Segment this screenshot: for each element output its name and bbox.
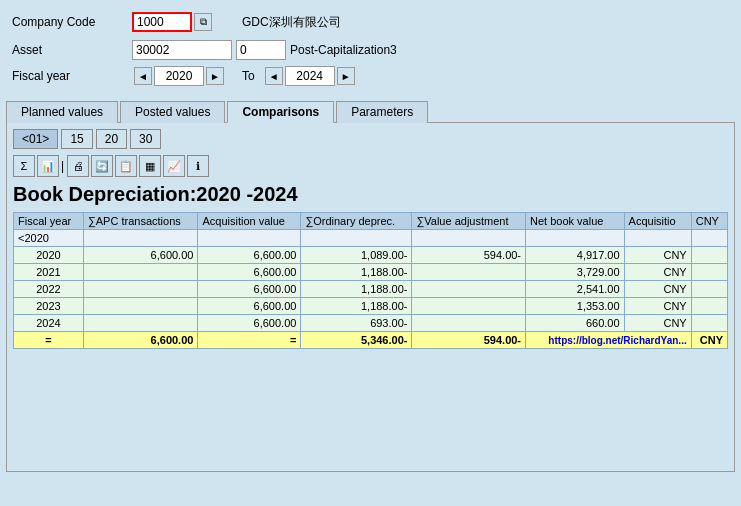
fiscal-year-to-next-button[interactable]: ►	[337, 67, 355, 85]
table-row: 2022 6,600.00 1,188.00- 2,541.00 CNY	[14, 281, 728, 298]
total-cny: CNY	[691, 332, 727, 349]
fiscal-year-from-input[interactable]	[154, 66, 204, 86]
cell-apc	[83, 298, 198, 315]
cell-cny	[691, 247, 727, 264]
toolbar-info-button[interactable]: ℹ	[187, 155, 209, 177]
cell-net: 2,541.00	[526, 281, 625, 298]
fiscal-year-label: Fiscal year	[12, 69, 132, 83]
cell-net: 3,729.00	[526, 264, 625, 281]
asset-input[interactable]	[132, 40, 232, 60]
asset-sub-input[interactable]	[236, 40, 286, 60]
total-apc: 6,600.00	[83, 332, 198, 349]
cell-net	[526, 230, 625, 247]
table-row: <2020	[14, 230, 728, 247]
toolbar: Σ 📊 | 🖨 🔄 📋 ▦ 📈 ℹ	[13, 155, 728, 177]
cell-apc: 6,600.00	[83, 247, 198, 264]
table-row: 2020 6,600.00 6,600.00 1,089.00- 594.00-…	[14, 247, 728, 264]
fiscal-year-prev-button[interactable]: ◄	[134, 67, 152, 85]
asset-row: Asset Post-Capitalization3	[12, 38, 729, 62]
cell-acq: 6,600.00	[198, 264, 301, 281]
cell-cny	[691, 264, 727, 281]
col-header-ordinary-deprec: ∑Ordinary deprec.	[301, 213, 412, 230]
toolbar-sum-button[interactable]: Σ	[13, 155, 35, 177]
tab-planned-values[interactable]: Planned values	[6, 101, 118, 123]
cell-ord: 693.00-	[301, 315, 412, 332]
col-header-acquisition: Acquisition value	[198, 213, 301, 230]
period-button-row: <01> 15 20 30	[13, 129, 728, 149]
total-val: 594.00-	[412, 332, 526, 349]
toolbar-refresh-button[interactable]: 🔄	[91, 155, 113, 177]
cell-ord: 1,188.00-	[301, 264, 412, 281]
cell-acq: 6,600.00	[198, 315, 301, 332]
data-table: Fiscal year ∑APC transactions Acquisitio…	[13, 212, 728, 349]
cell-ord: 1,188.00-	[301, 281, 412, 298]
copy-button[interactable]: ⧉	[194, 13, 212, 31]
total-url: https://blog.net/RichardYan...	[526, 332, 692, 349]
toolbar-chart-button[interactable]: 📊	[37, 155, 59, 177]
toolbar-clipboard-button[interactable]: 📋	[115, 155, 137, 177]
total-ord: 5,346.00-	[301, 332, 412, 349]
cell-ord: 1,188.00-	[301, 298, 412, 315]
cell-year: 2022	[14, 281, 84, 298]
tabs-container: Planned values Posted values Comparisons…	[6, 100, 735, 122]
cell-val	[412, 298, 526, 315]
period-btn-15[interactable]: 15	[61, 129, 92, 149]
cell-acq: 6,600.00	[198, 247, 301, 264]
fiscal-year-to-input[interactable]	[285, 66, 335, 86]
asset-description: Post-Capitalization3	[290, 43, 397, 57]
cell-val	[412, 281, 526, 298]
total-label: =	[14, 332, 84, 349]
fiscal-year-row: Fiscal year ◄ ► To ◄ ►	[12, 66, 729, 86]
cell-acq: 6,600.00	[198, 281, 301, 298]
cell-year: 2023	[14, 298, 84, 315]
cell-acq2: CNY	[624, 315, 691, 332]
period-btn-01[interactable]: <01>	[13, 129, 58, 149]
cell-val	[412, 230, 526, 247]
col-header-currency: CNY	[691, 213, 727, 230]
cell-ord: 1,089.00-	[301, 247, 412, 264]
period-btn-30[interactable]: 30	[130, 129, 161, 149]
form-section: Company Code ⧉ GDC深圳有限公司 Asset Post-Capi…	[6, 6, 735, 94]
to-label: To	[242, 69, 255, 83]
cell-acq2: CNY	[624, 298, 691, 315]
col-header-acquisitio: Acquisitio	[624, 213, 691, 230]
cell-val	[412, 264, 526, 281]
cell-val	[412, 315, 526, 332]
total-acq: =	[198, 332, 301, 349]
cell-apc	[83, 230, 198, 247]
content-area: <01> 15 20 30 Σ 📊 | 🖨 🔄 📋 ▦ 📈 ℹ Book Dep…	[6, 122, 735, 472]
col-header-net-book: Net book value	[526, 213, 625, 230]
toolbar-separator: |	[61, 159, 65, 173]
cell-acq2: CNY	[624, 264, 691, 281]
fiscal-year-to-prev-button[interactable]: ◄	[265, 67, 283, 85]
cell-net: 4,917.00	[526, 247, 625, 264]
toolbar-print-button[interactable]: 🖨	[67, 155, 89, 177]
cell-acq2	[624, 230, 691, 247]
table-total-row: = 6,600.00 = 5,346.00- 594.00- https://b…	[14, 332, 728, 349]
toolbar-grid-button[interactable]: ▦	[139, 155, 161, 177]
col-header-fiscal-year: Fiscal year	[14, 213, 84, 230]
toolbar-graph-button[interactable]: 📈	[163, 155, 185, 177]
company-code-label: Company Code	[12, 15, 132, 29]
asset-label: Asset	[12, 43, 132, 57]
cell-year: 2020	[14, 247, 84, 264]
tab-posted-values[interactable]: Posted values	[120, 101, 225, 123]
company-code-input[interactable]	[132, 12, 192, 32]
company-name: GDC深圳有限公司	[242, 14, 341, 31]
cell-cny	[691, 281, 727, 298]
cell-acq	[198, 230, 301, 247]
table-header-row: Fiscal year ∑APC transactions Acquisitio…	[14, 213, 728, 230]
cell-year: 2021	[14, 264, 84, 281]
cell-net: 660.00	[526, 315, 625, 332]
cell-net: 1,353.00	[526, 298, 625, 315]
tab-comparisons[interactable]: Comparisons	[227, 101, 334, 123]
period-btn-20[interactable]: 20	[96, 129, 127, 149]
fiscal-year-next-button[interactable]: ►	[206, 67, 224, 85]
tab-parameters[interactable]: Parameters	[336, 101, 428, 123]
table-row: 2021 6,600.00 1,188.00- 3,729.00 CNY	[14, 264, 728, 281]
cell-cny	[691, 315, 727, 332]
report-title: Book Depreciation:2020 -2024	[13, 183, 728, 206]
cell-acq: 6,600.00	[198, 298, 301, 315]
table-row: 2023 6,600.00 1,188.00- 1,353.00 CNY	[14, 298, 728, 315]
cell-cny	[691, 230, 727, 247]
